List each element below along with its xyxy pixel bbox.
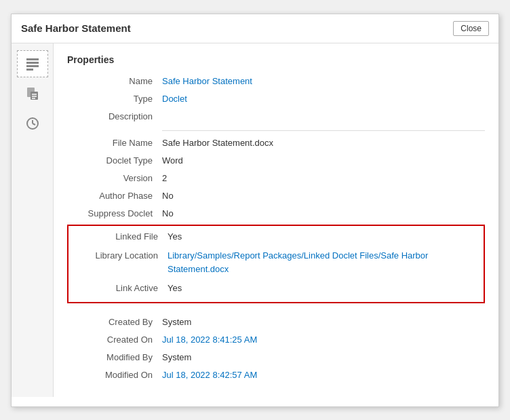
prop-row-name: Name Safe Harbor Statement <box>67 75 485 90</box>
label-suppress-doclet: Suppress Doclet <box>67 207 162 221</box>
prop-row-author-phase: Author Phase No <box>67 189 485 204</box>
sidebar <box>12 43 54 397</box>
value-created-by: System <box>162 316 485 329</box>
dialog-body: Properties Name Safe Harbor Statement Ty… <box>12 43 498 397</box>
svg-rect-1 <box>26 62 39 64</box>
value-filename: Safe Harbor Statement.docx <box>162 136 485 150</box>
label-type: Type <box>67 92 162 106</box>
value-suppress-doclet: No <box>162 207 485 221</box>
label-modified-by: Modified By <box>67 351 162 364</box>
prop-row-filename: File Name Safe Harbor Statement.docx <box>67 136 485 151</box>
prop-row-description: Description <box>67 110 485 125</box>
section-title: Properties <box>67 54 485 65</box>
close-button[interactable]: Close <box>453 21 489 36</box>
highlight-box: Linked File Yes Library Location Library… <box>67 225 485 303</box>
value-modified-by: System <box>162 351 485 364</box>
sidebar-icon-doclet[interactable] <box>17 80 48 107</box>
value-type: Doclet <box>162 92 485 106</box>
label-name: Name <box>67 75 162 88</box>
main-content: Properties Name Safe Harbor Statement Ty… <box>54 43 498 397</box>
svg-line-11 <box>33 123 35 125</box>
svg-rect-2 <box>26 65 39 67</box>
label-description: Description <box>67 110 162 123</box>
value-linked-file: Yes <box>168 230 479 244</box>
prop-row-link-active: Link Active Yes <box>68 280 484 297</box>
label-library-location: Library Location <box>73 249 168 263</box>
prop-row-suppress-doclet: Suppress Doclet No <box>67 207 485 222</box>
label-created-on: Created On <box>67 333 162 347</box>
prop-row-linked-file: Linked File Yes <box>68 229 484 245</box>
prop-row-version: Version 2 <box>67 172 485 187</box>
label-author-phase: Author Phase <box>67 189 162 203</box>
value-version: 2 <box>162 172 485 185</box>
value-created-on: Jul 18, 2022 8:41:25 AM <box>162 333 485 347</box>
value-name[interactable]: Safe Harbor Statement <box>162 75 485 88</box>
divider-description <box>67 128 485 131</box>
label-version: Version <box>67 172 162 185</box>
dialog-header: Safe Harbor Statement Close <box>12 14 498 43</box>
prop-row-doclet-type: Doclet Type Word <box>67 154 485 169</box>
label-modified-on: Modified On <box>67 368 162 382</box>
prop-row-modified-by: Modified By System <box>67 351 485 366</box>
dialog-title: Safe Harbor Statement <box>21 22 131 34</box>
sidebar-icon-history[interactable] <box>17 110 48 137</box>
value-doclet-type: Word <box>162 154 485 168</box>
label-doclet-type: Doclet Type <box>67 154 162 168</box>
prop-row-modified-on: Modified On Jul 18, 2022 8:42:57 AM <box>67 368 485 383</box>
value-author-phase: No <box>162 189 485 203</box>
svg-rect-0 <box>26 58 39 60</box>
label-linked-file: Linked File <box>73 230 168 244</box>
sidebar-icon-properties[interactable] <box>17 50 48 77</box>
label-link-active: Link Active <box>73 282 168 295</box>
value-link-active: Yes <box>168 282 479 295</box>
label-filename: File Name <box>67 136 162 150</box>
prop-row-created-by: Created By System <box>67 316 485 330</box>
dialog: Safe Harbor Statement Close <box>11 14 499 407</box>
svg-rect-3 <box>26 69 33 71</box>
prop-row-library-location: Library Location Library/Samples/Report … <box>68 248 484 278</box>
prop-row-type: Type Doclet <box>67 92 485 107</box>
prop-row-created-on: Created On Jul 18, 2022 8:41:25 AM <box>67 333 485 348</box>
value-library-location[interactable]: Library/Samples/Report Packages/Linked D… <box>168 249 479 276</box>
label-created-by: Created By <box>67 316 162 329</box>
properties-table: Name Safe Harbor Statement Type Doclet D… <box>67 75 485 383</box>
value-modified-on: Jul 18, 2022 8:42:57 AM <box>162 368 485 382</box>
